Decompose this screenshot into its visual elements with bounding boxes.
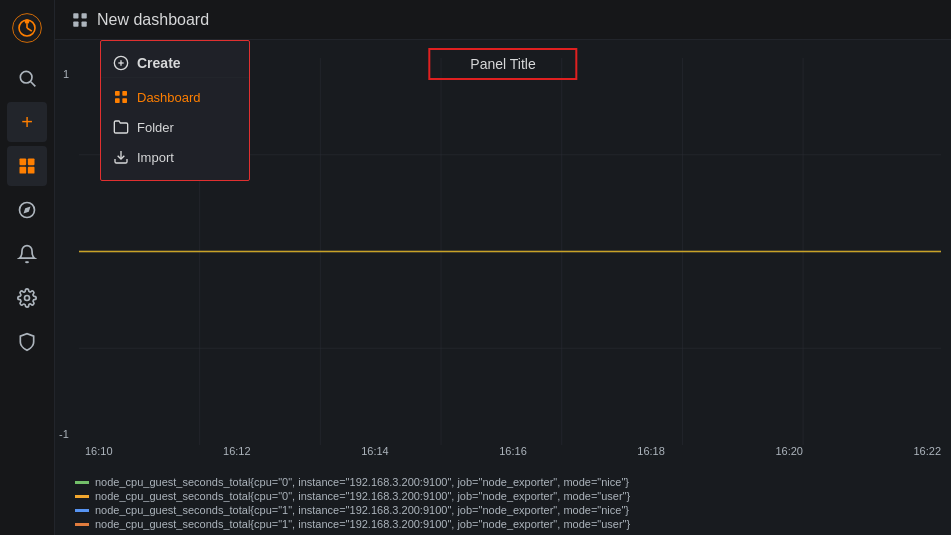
svg-rect-16 xyxy=(73,21,78,26)
gear-icon xyxy=(17,288,37,308)
import-icon xyxy=(113,149,129,165)
svg-rect-10 xyxy=(28,167,35,174)
svg-rect-14 xyxy=(73,13,78,18)
sidebar-item-explore[interactable] xyxy=(7,190,47,230)
svg-rect-32 xyxy=(115,91,120,96)
main-content: New dashboard 1 -1 Panel Title xyxy=(55,0,951,535)
plus-circle-icon xyxy=(113,55,129,71)
x-label-2: 16:14 xyxy=(361,445,389,457)
x-label-6: 16:22 xyxy=(913,445,941,457)
legend-color-1 xyxy=(75,495,89,498)
y-axis-bottom-label: -1 xyxy=(59,428,69,440)
legend-color-2 xyxy=(75,509,89,512)
legend-color-3 xyxy=(75,523,89,526)
x-label-4: 16:18 xyxy=(637,445,665,457)
shield-icon xyxy=(17,332,37,352)
legend-item-2: node_cpu_guest_seconds_total{cpu="1", in… xyxy=(75,504,951,516)
legend-item-3: node_cpu_guest_seconds_total{cpu="1", in… xyxy=(75,518,951,530)
sidebar-item-search[interactable] xyxy=(7,58,47,98)
legend-label-1: node_cpu_guest_seconds_total{cpu="0", in… xyxy=(95,490,630,502)
dropdown-item-folder-label: Folder xyxy=(137,120,174,135)
chart-legend: node_cpu_guest_seconds_total{cpu="0", in… xyxy=(75,476,951,530)
search-icon xyxy=(17,68,37,88)
topbar: New dashboard xyxy=(55,0,951,40)
bell-icon xyxy=(17,244,37,264)
y-axis-top-label: 1 xyxy=(63,68,69,80)
grafana-logo[interactable] xyxy=(7,8,47,48)
x-label-3: 16:16 xyxy=(499,445,527,457)
create-dropdown-menu: Create Dashboard Folder Import xyxy=(100,40,250,181)
svg-rect-9 xyxy=(20,167,27,174)
svg-rect-34 xyxy=(115,98,120,103)
svg-marker-12 xyxy=(23,206,30,213)
page-title: New dashboard xyxy=(97,11,209,29)
legend-label-2: node_cpu_guest_seconds_total{cpu="1", in… xyxy=(95,504,629,516)
svg-point-2 xyxy=(25,19,30,24)
svg-point-13 xyxy=(25,296,30,301)
sidebar-item-admin[interactable] xyxy=(7,322,47,362)
svg-point-5 xyxy=(20,71,32,83)
svg-rect-8 xyxy=(28,159,35,166)
sidebar: + xyxy=(0,0,55,535)
svg-rect-35 xyxy=(122,98,127,103)
x-axis: 16:10 16:12 16:14 16:16 16:18 16:20 16:2… xyxy=(75,443,951,457)
legend-item-0: node_cpu_guest_seconds_total{cpu="0", in… xyxy=(75,476,951,488)
svg-rect-17 xyxy=(82,21,87,26)
legend-label-3: node_cpu_guest_seconds_total{cpu="1", in… xyxy=(95,518,630,530)
dropdown-title: Create xyxy=(137,55,181,71)
legend-color-0 xyxy=(75,481,89,484)
panel-title[interactable]: Panel Title xyxy=(428,48,577,80)
svg-rect-15 xyxy=(82,13,87,18)
dropdown-item-folder[interactable]: Folder xyxy=(101,112,249,142)
dropdown-item-dashboard-label: Dashboard xyxy=(137,90,201,105)
sidebar-item-dashboards[interactable] xyxy=(7,146,47,186)
sidebar-item-create[interactable]: + xyxy=(7,102,47,142)
svg-rect-33 xyxy=(122,91,127,96)
sidebar-item-alerting[interactable] xyxy=(7,234,47,274)
x-label-0: 16:10 xyxy=(85,445,113,457)
compass-icon xyxy=(17,200,37,220)
dashboard-menu-icon xyxy=(113,89,129,105)
dropdown-item-import[interactable]: Import xyxy=(101,142,249,172)
svg-rect-7 xyxy=(20,159,27,166)
x-label-5: 16:20 xyxy=(775,445,803,457)
grid-icon xyxy=(71,11,89,29)
x-label-1: 16:12 xyxy=(223,445,251,457)
svg-line-6 xyxy=(31,82,36,87)
dashboards-icon xyxy=(17,156,37,176)
dropdown-header: Create xyxy=(101,49,249,78)
sidebar-item-config[interactable] xyxy=(7,278,47,318)
legend-label-0: node_cpu_guest_seconds_total{cpu="0", in… xyxy=(95,476,629,488)
dropdown-item-import-label: Import xyxy=(137,150,174,165)
folder-icon xyxy=(113,119,129,135)
legend-item-1: node_cpu_guest_seconds_total{cpu="0", in… xyxy=(75,490,951,502)
dropdown-item-dashboard[interactable]: Dashboard xyxy=(101,82,249,112)
